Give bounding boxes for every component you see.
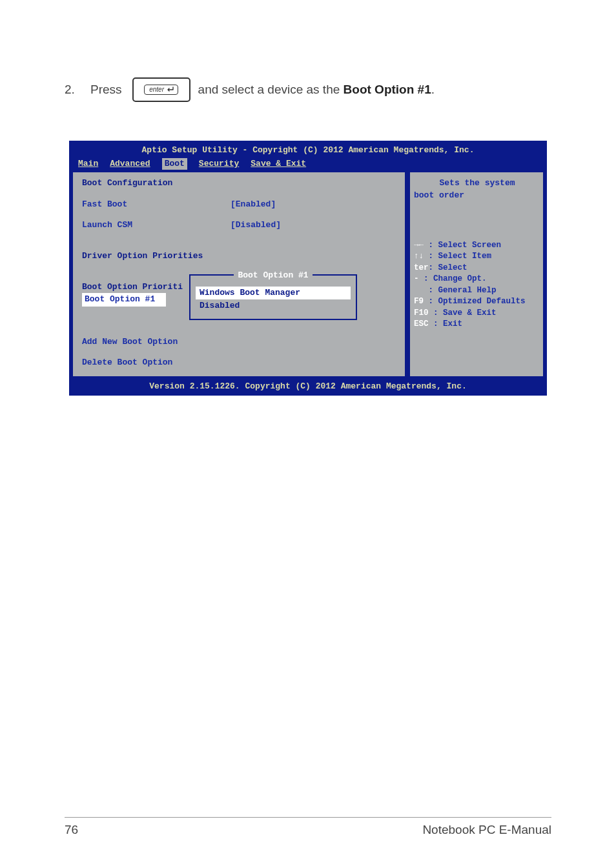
page-footer: 76 Notebook PC E-Manual bbox=[0, 817, 616, 837]
bios-tab-bar: Main Advanced Boot Security Save & Exit bbox=[77, 156, 539, 170]
key-legend: →← : Select Screen ↑↓ : Select Item ter:… bbox=[414, 240, 540, 330]
driver-option-priorities-heading: Driver Option Priorities bbox=[82, 250, 396, 262]
key-select-screen: →← : Select Screen bbox=[414, 240, 540, 252]
bios-screenshot: Aptio Setup Utility - Copyright (C) 2012… bbox=[69, 141, 547, 396]
boot-option-1-label: Boot Option #1 bbox=[82, 293, 166, 306]
launch-csm-value: [Disabled] bbox=[231, 219, 281, 231]
tab-main[interactable]: Main bbox=[78, 158, 98, 170]
page-number: 76 bbox=[65, 823, 78, 837]
boot-option-popup: Boot Option #1 Windows Boot Manager Disa… bbox=[189, 274, 357, 320]
bios-left-pane: Boot Configuration Fast Boot [Enabled] L… bbox=[72, 171, 406, 378]
key-select: ter: Select bbox=[414, 263, 540, 274]
key-save-exit: F10 : Save & Exit bbox=[414, 308, 540, 319]
boot-option-bold: Boot Option #1 bbox=[344, 83, 431, 96]
key-general-help: : General Help bbox=[414, 285, 540, 297]
step-tail-text: and select a device as the Boot Option #… bbox=[198, 83, 435, 97]
bios-title: Aptio Setup Utility - Copyright (C) 2012… bbox=[77, 145, 539, 156]
key-select-item: ↑↓ : Select Item bbox=[414, 251, 540, 263]
launch-csm-label: Launch CSM bbox=[82, 219, 231, 231]
enter-key-label: enter bbox=[144, 85, 178, 95]
instruction-step: 2. Press enter and select a device as th… bbox=[65, 77, 551, 102]
tab-security[interactable]: Security bbox=[199, 158, 239, 170]
help-text-line1: Sets the system bbox=[414, 177, 540, 189]
boot-configuration-heading: Boot Configuration bbox=[82, 177, 396, 189]
fast-boot-value: [Enabled] bbox=[231, 199, 276, 210]
bios-body: Boot Configuration Fast Boot [Enabled] L… bbox=[69, 170, 547, 379]
fast-boot-row[interactable]: Fast Boot [Enabled] bbox=[82, 199, 396, 210]
launch-csm-row[interactable]: Launch CSM [Disabled] bbox=[82, 219, 396, 231]
delete-boot-option[interactable]: Delete Boot Option bbox=[82, 357, 396, 368]
enter-key-illustration: enter bbox=[132, 77, 190, 102]
key-exit: ESC : Exit bbox=[414, 319, 540, 330]
key-change-opt: - : Change Opt. bbox=[414, 274, 540, 285]
bios-header: Aptio Setup Utility - Copyright (C) 2012… bbox=[69, 141, 547, 170]
popup-title: Boot Option #1 bbox=[234, 270, 312, 280]
popup-selected-option[interactable]: Windows Boot Manager bbox=[196, 287, 351, 299]
add-new-boot-option[interactable]: Add New Boot Option bbox=[82, 336, 396, 348]
tab-boot[interactable]: Boot bbox=[162, 158, 187, 170]
bios-right-pane: Sets the system boot order →← : Select S… bbox=[409, 171, 544, 378]
help-text-line2: boot order bbox=[414, 190, 540, 201]
key-optimized-defaults: F9 : Optimized Defaults bbox=[414, 296, 540, 308]
tab-advanced[interactable]: Advanced bbox=[110, 158, 150, 170]
step-press-text: Press bbox=[90, 83, 122, 97]
enter-arrow-icon bbox=[165, 86, 174, 93]
step-number: 2. bbox=[65, 83, 90, 97]
tab-save-exit[interactable]: Save & Exit bbox=[251, 158, 306, 170]
manual-title: Notebook PC E-Manual bbox=[422, 823, 551, 837]
popup-option-disabled[interactable]: Disabled bbox=[196, 299, 351, 312]
fast-boot-label: Fast Boot bbox=[82, 199, 231, 210]
bios-footer: Version 2.15.1226. Copyright (C) 2012 Am… bbox=[69, 379, 547, 396]
